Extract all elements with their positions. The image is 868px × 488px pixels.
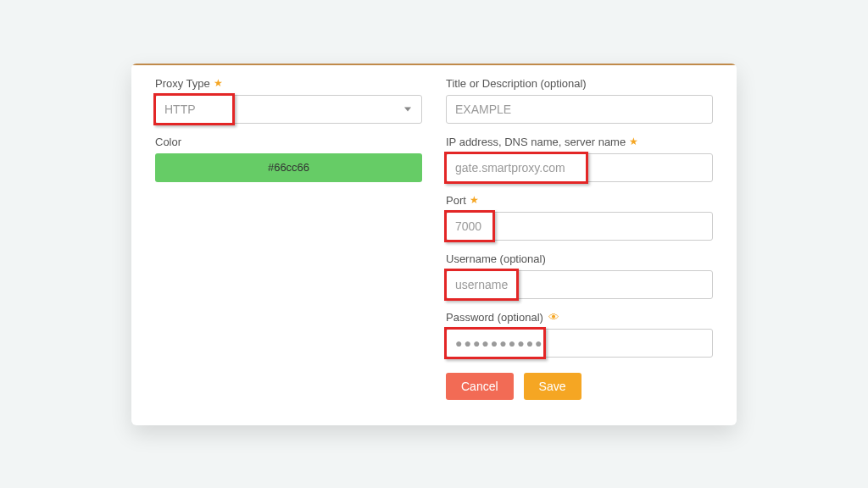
title-value: EXAMPLE [455, 103, 511, 116]
password-field: ●●●●●●●●●● [446, 329, 713, 358]
form-content: Proxy Type ★ HTTP Color #66cc66 [131, 65, 737, 417]
color-label: Color [155, 136, 422, 148]
ip-label: IP address, DNS name, server name ★ [446, 136, 713, 148]
title-label-text: Title or Description (optional) [446, 77, 587, 90]
password-label: Password (optional) 👁 [446, 311, 713, 324]
port-value: 7000 [455, 219, 481, 233]
star-icon: ★ [470, 195, 479, 205]
username-label-text: Username (optional) [446, 252, 546, 265]
button-row: Cancel Save [446, 373, 713, 400]
chevron-down-icon [404, 107, 411, 111]
title-field: EXAMPLE [446, 95, 713, 124]
username-field: username [446, 270, 713, 299]
port-label: Port ★ [446, 194, 713, 207]
username-label: Username (optional) [446, 252, 713, 265]
proxy-type-field: HTTP [155, 95, 422, 124]
right-column: Title or Description (optional) EXAMPLE … [446, 77, 713, 400]
star-icon: ★ [629, 136, 638, 147]
cancel-button[interactable]: Cancel [446, 373, 514, 400]
color-field: #66cc66 [155, 153, 422, 182]
password-value: ●●●●●●●●●● [455, 336, 544, 350]
left-column: Proxy Type ★ HTTP Color #66cc66 [155, 77, 422, 400]
proxy-type-select[interactable]: HTTP [155, 95, 422, 124]
color-value: #66cc66 [268, 161, 309, 174]
username-input[interactable]: username [446, 270, 713, 299]
ip-input[interactable]: gate.smartproxy.com [446, 153, 713, 182]
title-input[interactable]: EXAMPLE [446, 95, 713, 124]
password-input[interactable]: ●●●●●●●●●● [446, 329, 713, 358]
ip-label-text: IP address, DNS name, server name [446, 136, 626, 148]
ip-value: gate.smartproxy.com [455, 161, 565, 175]
title-label: Title or Description (optional) [446, 77, 713, 90]
password-label-text: Password (optional) [446, 311, 543, 324]
port-field: 7000 [446, 212, 713, 241]
ip-field: gate.smartproxy.com [446, 153, 713, 182]
proxy-type-value: HTTP [164, 103, 196, 116]
username-value: username [455, 278, 508, 291]
star-icon: ★ [214, 78, 223, 88]
proxy-type-label-text: Proxy Type [155, 77, 210, 90]
save-button[interactable]: Save [524, 373, 581, 400]
eye-icon[interactable]: 👁 [548, 312, 559, 323]
port-label-text: Port [446, 194, 466, 207]
color-label-text: Color [155, 136, 181, 148]
proxy-config-card: Proxy Type ★ HTTP Color #66cc66 [131, 64, 737, 425]
color-swatch[interactable]: #66cc66 [155, 153, 422, 182]
proxy-type-label: Proxy Type ★ [155, 77, 422, 90]
port-input[interactable]: 7000 [446, 212, 713, 241]
